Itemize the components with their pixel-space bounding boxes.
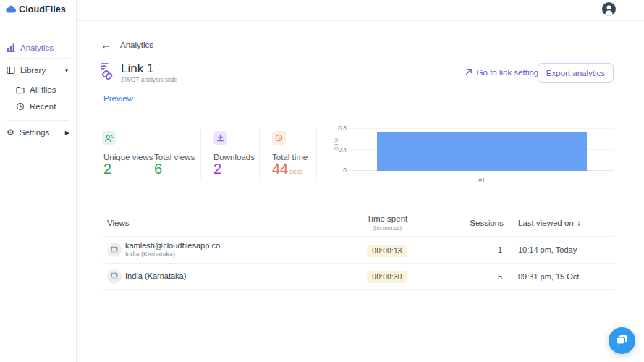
x-tick: #1	[478, 177, 485, 184]
chart-bar	[377, 132, 587, 171]
total-views-value: 6	[154, 161, 162, 177]
total-time-icon	[272, 131, 286, 145]
stats-divider	[200, 130, 201, 178]
column-header-last-viewed[interactable]: Last viewed on ↓	[504, 218, 614, 228]
go-to-link-settings-label: Go to link settings	[477, 68, 543, 77]
sidebar-item-recent[interactable]: Recent	[0, 97, 77, 116]
total-time-unit: secs	[289, 168, 303, 175]
sidebar-item-library[interactable]: Library ▼	[0, 61, 77, 80]
sidebar: CloudFiles Analytics Library ▼ All files…	[0, 0, 77, 362]
viewer-location: India (Karnataka)	[125, 251, 220, 258]
analytics-chart-icon	[7, 43, 15, 52]
viewer-name: kamlesh@cloudfilesapp.co	[125, 241, 220, 251]
top-bar	[77, 0, 644, 21]
viewer-cell: kamlesh@cloudfilesapp.co India (Karnatak…	[103, 241, 333, 259]
y-tick: 0.8	[328, 125, 347, 132]
y-tick: 0	[328, 167, 347, 174]
chat-bubbles-icon	[615, 334, 629, 348]
unique-views-icon	[102, 131, 116, 145]
chart-plot-area	[349, 128, 614, 171]
viewer-cell: India (Karnataka)	[103, 269, 333, 284]
stats-divider	[316, 130, 317, 178]
sidebar-item-analytics[interactable]: Analytics	[0, 38, 77, 57]
chevron-right-icon: ▶	[65, 130, 69, 136]
go-to-link-settings-link[interactable]: Go to link settings	[465, 68, 543, 77]
folder-icon	[16, 86, 25, 94]
table-row[interactable]: kamlesh@cloudfilesapp.co India (Karnatak…	[103, 236, 614, 263]
link-icon	[100, 62, 115, 84]
back-arrow-icon[interactable]: ←	[101, 39, 111, 50]
chevron-down-icon: ▼	[64, 67, 69, 74]
page-subtitle: SWOT analysis slide	[121, 76, 177, 83]
library-icon	[7, 66, 15, 75]
sidebar-item-settings[interactable]: ⚙ Settings ▶	[0, 123, 77, 142]
unique-views-value: 2	[103, 161, 111, 177]
breadcrumb-label: Analytics	[120, 41, 153, 49]
sidebar-item-label: Analytics	[20, 43, 54, 52]
y-tick: 0.4	[328, 146, 347, 153]
column-header-time-spent: Time spent (hh:mm:ss)	[333, 214, 441, 231]
time-spent-badge: 00:00:13	[367, 245, 407, 257]
sidebar-item-label: Recent	[30, 102, 56, 111]
downloads-value: 2	[213, 161, 221, 177]
sidebar-item-label: All files	[30, 85, 56, 94]
brand-name: CloudFiles	[19, 4, 66, 14]
time-spent-unit-label: (hh:mm:ss)	[333, 224, 441, 232]
total-time-value: 44secs	[272, 161, 303, 177]
sort-descending-icon: ↓	[577, 218, 581, 228]
sidebar-divider	[7, 58, 69, 59]
stats-divider	[259, 130, 260, 178]
table-header-row: Views Time spent (hh:mm:ss) Sessions Las…	[103, 210, 614, 236]
breadcrumb: ← Analytics	[101, 39, 153, 50]
last-viewed-cell: 10:14 pm, Today	[504, 245, 614, 254]
time-spent-cell: 00:00:13	[333, 243, 441, 257]
time-spent-badge: 00:00:30	[367, 271, 407, 283]
viewer-name: India (Karnataka)	[125, 272, 186, 282]
gridline	[349, 128, 614, 129]
external-arrow-icon	[465, 68, 473, 77]
page-title: Link 1	[121, 62, 153, 76]
preview-link[interactable]: Preview	[103, 94, 133, 103]
time-per-visit-chart: Mins 0.8 0.4 0 #1	[326, 122, 614, 183]
gear-icon: ⚙	[7, 128, 14, 137]
column-header-sessions: Sessions	[441, 219, 504, 227]
views-table: Views Time spent (hh:mm:ss) Sessions Las…	[103, 210, 614, 290]
last-viewed-cell: 09:31 pm, 15 Oct	[504, 272, 614, 281]
cloudfiles-logo[interactable]: CloudFiles	[6, 3, 66, 16]
sidebar-divider	[7, 120, 69, 121]
downloads-icon	[213, 131, 227, 145]
history-icon	[16, 102, 25, 111]
device-icon	[107, 269, 122, 284]
sidebar-item-label: Settings	[20, 128, 50, 137]
sessions-cell: 1	[441, 245, 504, 254]
device-icon	[107, 243, 122, 257]
sidebar-item-label: Library	[20, 66, 46, 75]
column-header-views: Views	[103, 219, 333, 227]
user-avatar[interactable]	[602, 2, 616, 16]
table-row[interactable]: India (Karnataka) 00:00:30 5 09:31 pm, 1…	[103, 263, 614, 290]
chat-widget-button[interactable]	[609, 327, 635, 354]
time-spent-cell: 00:00:30	[333, 269, 441, 283]
cloud-logo-icon	[6, 3, 17, 16]
export-analytics-button[interactable]: Export analytics	[538, 63, 614, 83]
sessions-cell: 5	[441, 272, 504, 281]
